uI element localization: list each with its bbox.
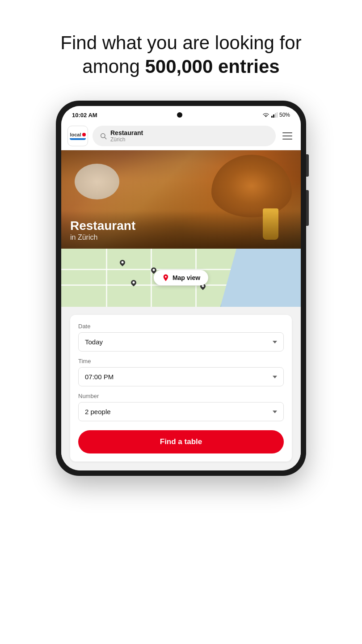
logo-dot (82, 133, 86, 136)
time-select[interactable]: 07:00 PM (78, 367, 284, 386)
hero-overlay: Restaurant in Zürich (61, 211, 301, 249)
menu-line-2 (282, 136, 292, 136)
map-pin-icon (162, 274, 170, 282)
svg-rect-2 (275, 113, 276, 118)
number-value: 2 people (85, 408, 111, 415)
page-header: Find what you are looking for among 500,… (34, 0, 328, 101)
logo-bar (70, 138, 85, 140)
status-time: 10:02 AM (72, 112, 97, 119)
search-query: Restaurant (110, 129, 143, 136)
time-value: 07:00 PM (85, 373, 114, 381)
menu-button[interactable] (280, 129, 295, 143)
volume-button (306, 154, 309, 177)
map-view-button[interactable]: Map view (154, 270, 208, 285)
svg-line-5 (105, 137, 106, 139)
hero-subtitle: in Zürich (70, 233, 292, 242)
search-icon (100, 132, 107, 140)
header-line1: Find what you are looking for (60, 32, 301, 53)
search-location: Zürich (110, 136, 143, 143)
map-view-label: Map view (173, 274, 200, 281)
date-group: Date Today (78, 323, 284, 352)
date-label: Date (78, 323, 284, 330)
map-section[interactable]: Map view (61, 249, 301, 307)
hero-image: Restaurant in Zürich (61, 150, 301, 249)
header-line2-bold: 500,000 entries (145, 56, 279, 77)
menu-line-1 (282, 132, 292, 133)
battery-text: 50% (279, 112, 290, 118)
number-select[interactable]: 2 people (78, 402, 284, 421)
number-label: Number (78, 393, 284, 399)
booking-card: Date Today Time 07:00 PM (70, 315, 292, 462)
search-text: Restaurant Zürich (110, 129, 143, 143)
map-road-v1 (106, 249, 107, 307)
booking-section: Date Today Time 07:00 PM (61, 307, 301, 470)
date-select[interactable]: Today (78, 332, 284, 352)
status-icons: 50% (262, 112, 290, 118)
search-bar[interactable]: Restaurant Zürich (93, 126, 276, 146)
menu-line-3 (282, 139, 292, 140)
logo-text: local (70, 132, 81, 137)
date-value: Today (85, 338, 103, 346)
svg-rect-3 (277, 112, 278, 118)
hero-title: Restaurant (70, 218, 292, 233)
power-button (306, 190, 309, 226)
time-group: Time 07:00 PM (78, 358, 284, 386)
wifi-icon (262, 112, 269, 118)
map-pin-3 (130, 280, 137, 288)
app-header: local Restaurant Zürich (61, 122, 301, 150)
phone-screen: 10:02 AM 50% (61, 106, 301, 470)
map-road-v2 (151, 249, 152, 307)
number-group: Number 2 people (78, 393, 284, 421)
header-line2-normal: among (82, 56, 145, 77)
find-table-button[interactable]: Find a table (78, 430, 284, 453)
app-logo[interactable]: local (67, 126, 88, 146)
signal-icon (271, 112, 278, 118)
number-chevron-icon (273, 411, 277, 413)
food-plate (75, 164, 119, 199)
time-chevron-icon (273, 376, 277, 378)
status-bar: 10:02 AM 50% (61, 106, 301, 122)
date-chevron-icon (273, 341, 277, 343)
svg-rect-1 (273, 114, 274, 118)
svg-rect-0 (271, 116, 273, 118)
phone-frame: 10:02 AM 50% (56, 101, 306, 476)
map-pin-1 (119, 260, 126, 268)
phone-mockup: 10:02 AM 50% (56, 101, 306, 476)
camera-dot (177, 112, 182, 118)
time-label: Time (78, 358, 284, 364)
svg-point-6 (165, 276, 167, 278)
